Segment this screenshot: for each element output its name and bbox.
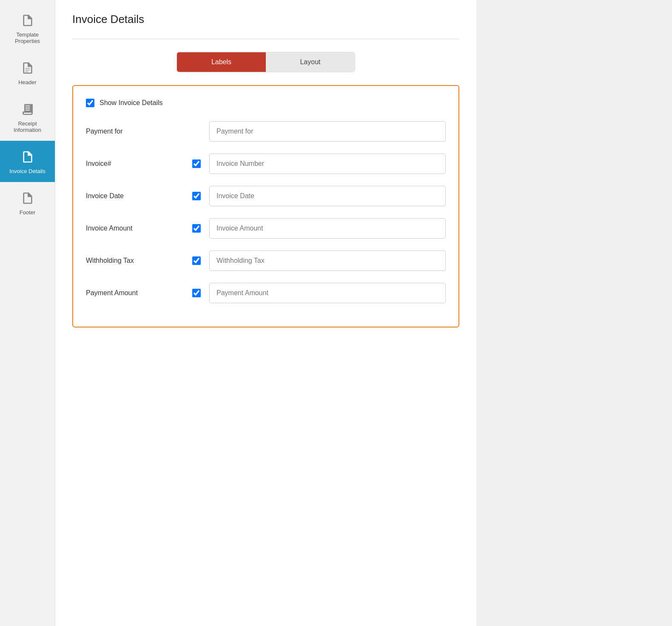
- show-invoice-details-row: Show Invoice Details: [86, 99, 446, 107]
- form-row-payment-amount: Payment Amount: [86, 282, 446, 304]
- input-withholding-tax[interactable]: [209, 250, 446, 271]
- form-row-withholding-tax: Withholding Tax: [86, 249, 446, 272]
- input-wrap-invoice-amount: [209, 218, 446, 239]
- sidebar-item-footer[interactable]: Footer: [0, 182, 55, 223]
- input-invoice-date[interactable]: [209, 186, 446, 206]
- show-invoice-details-checkbox[interactable]: [86, 99, 94, 107]
- form-rows: Payment forInvoice#Invoice DateInvoice A…: [86, 120, 446, 304]
- sidebar-label-invoice-details: Invoice Details: [9, 168, 46, 174]
- checkbox-invoice-number[interactable]: [192, 159, 201, 168]
- input-invoice-amount[interactable]: [209, 218, 446, 239]
- input-wrap-invoice-date: [209, 186, 446, 206]
- tab-layout[interactable]: Layout: [266, 52, 355, 72]
- label-invoice-amount: Invoice Amount: [86, 225, 188, 232]
- checkbox-withholding-tax[interactable]: [192, 256, 201, 265]
- invoice-details-panel: Show Invoice Details Payment forInvoice#…: [72, 85, 459, 327]
- sidebar-item-header[interactable]: Header: [0, 52, 55, 93]
- form-row-invoice-amount: Invoice Amount: [86, 217, 446, 240]
- input-payment-for[interactable]: [209, 121, 446, 142]
- checkbox-wrap-invoice-amount: [188, 224, 205, 233]
- sidebar-label-receipt-information: Receipt Information: [4, 120, 51, 133]
- sidebar-item-receipt-information[interactable]: Receipt Information: [0, 93, 55, 141]
- form-row-payment-for: Payment for: [86, 120, 446, 143]
- tab-labels[interactable]: Labels: [177, 52, 266, 72]
- checkbox-payment-amount[interactable]: [192, 289, 201, 297]
- label-payment-for: Payment for: [86, 128, 188, 135]
- label-invoice-number: Invoice#: [86, 160, 188, 168]
- label-invoice-date: Invoice Date: [86, 192, 188, 200]
- sidebar-label-header: Header: [18, 79, 37, 85]
- form-row-invoice-number: Invoice#: [86, 152, 446, 175]
- label-payment-amount: Payment Amount: [86, 289, 188, 297]
- receipt-information-icon: [20, 101, 35, 118]
- checkbox-invoice-date[interactable]: [192, 192, 201, 200]
- main-content: Invoice Details Labels Layout Show Invoi…: [55, 0, 476, 626]
- tab-group: Labels Layout: [177, 52, 355, 72]
- input-wrap-payment-for: [209, 121, 446, 142]
- checkbox-wrap-withholding-tax: [188, 256, 205, 265]
- input-wrap-withholding-tax: [209, 250, 446, 271]
- sidebar-label-template-properties: Template Properties: [4, 31, 51, 44]
- checkbox-wrap-payment-amount: [188, 289, 205, 297]
- tabs-container: Labels Layout: [72, 52, 459, 72]
- input-wrap-invoice-number: [209, 154, 446, 174]
- sidebar-item-invoice-details[interactable]: Invoice Details: [0, 141, 55, 182]
- sidebar: Template Properties Header Receipt Infor…: [0, 0, 55, 626]
- template-properties-icon: [20, 12, 35, 29]
- show-invoice-details-label: Show Invoice Details: [100, 99, 163, 107]
- divider: [72, 39, 459, 39]
- page-title: Invoice Details: [72, 13, 459, 26]
- input-invoice-number[interactable]: [209, 154, 446, 174]
- sidebar-item-template-properties[interactable]: Template Properties: [0, 4, 55, 52]
- input-wrap-payment-amount: [209, 283, 446, 303]
- checkbox-invoice-amount[interactable]: [192, 224, 201, 233]
- checkbox-wrap-invoice-date: [188, 192, 205, 200]
- sidebar-label-footer: Footer: [20, 209, 36, 216]
- invoice-details-icon: [20, 148, 35, 165]
- footer-icon: [20, 190, 35, 207]
- checkbox-wrap-invoice-number: [188, 159, 205, 168]
- input-payment-amount[interactable]: [209, 283, 446, 303]
- header-icon: [20, 60, 35, 77]
- form-row-invoice-date: Invoice Date: [86, 185, 446, 208]
- label-withholding-tax: Withholding Tax: [86, 257, 188, 265]
